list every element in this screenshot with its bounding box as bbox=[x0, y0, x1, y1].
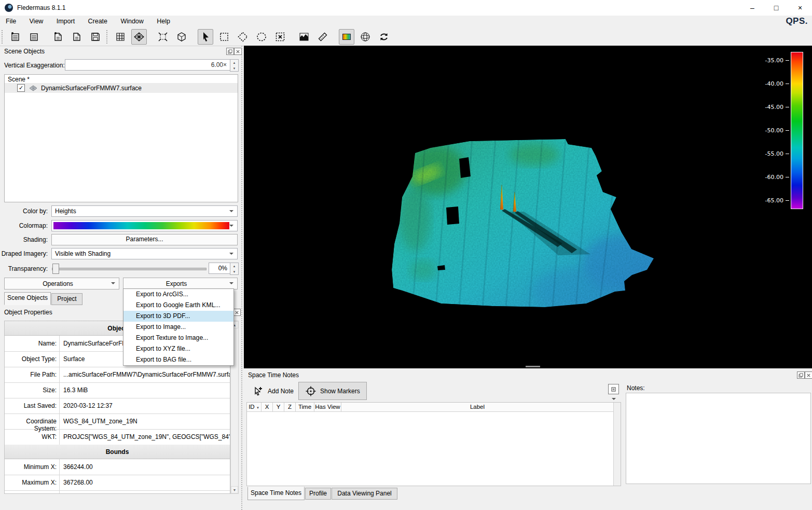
color-scale-tick bbox=[786, 200, 789, 201]
property-value: 366244.00 bbox=[60, 459, 230, 475]
measure-icon[interactable] bbox=[315, 29, 331, 45]
save-scene-icon[interactable] bbox=[88, 29, 103, 45]
tab-scene-objects[interactable]: Scene Objects bbox=[4, 292, 51, 305]
menu-item-export-kml[interactable]: Export to Google Earth KML... bbox=[123, 300, 233, 311]
notes-list-icon[interactable] bbox=[608, 384, 619, 394]
notes-textarea-box[interactable] bbox=[626, 393, 811, 484]
scene-tree-root[interactable]: Scene * bbox=[5, 75, 238, 83]
minimize-button[interactable]: – bbox=[740, 0, 764, 16]
column-header-hasview[interactable]: Has View bbox=[314, 403, 341, 411]
shading-parameters-button[interactable]: Parameters... bbox=[51, 234, 238, 245]
close-button[interactable]: × bbox=[788, 0, 812, 16]
polygon-select-icon[interactable] bbox=[235, 29, 251, 45]
colormap-label: Colormap: bbox=[0, 222, 48, 229]
select-cursor-icon[interactable] bbox=[198, 29, 213, 45]
bathymetry-surface bbox=[244, 46, 812, 368]
menu-window[interactable]: Window bbox=[115, 16, 149, 27]
color-by-dropdown[interactable]: Heights bbox=[51, 205, 238, 217]
column-header-time[interactable]: Time bbox=[296, 403, 314, 411]
menu-create[interactable]: Create bbox=[82, 16, 114, 27]
exports-button[interactable]: Exports bbox=[123, 278, 238, 290]
menu-item-export-image[interactable]: Export to Image... bbox=[123, 322, 233, 333]
notes-table-scrollbar[interactable] bbox=[613, 403, 621, 486]
menu-view[interactable]: View bbox=[24, 16, 49, 27]
notes-textarea[interactable] bbox=[626, 393, 810, 484]
viewport-splitter-handle[interactable] bbox=[526, 366, 540, 367]
scroll-down-icon[interactable]: ▼ bbox=[231, 486, 238, 493]
refresh-view-icon[interactable] bbox=[376, 29, 392, 45]
property-value: ...amicSurfaceForFMMW7\DynamicSurfaceFor… bbox=[60, 367, 230, 382]
import-data-file-icon[interactable] bbox=[50, 29, 66, 45]
zoom-to-extents-icon[interactable] bbox=[155, 29, 171, 45]
operations-button[interactable]: Operations bbox=[4, 278, 119, 290]
close-panel-icon[interactable] bbox=[234, 48, 242, 55]
draped-imagery-value: Visible with Shading bbox=[52, 250, 229, 257]
color-scale-tick bbox=[786, 154, 789, 154]
draped-imagery-dropdown[interactable]: Visible with Shading bbox=[51, 248, 238, 259]
maximize-button[interactable]: □ bbox=[764, 0, 788, 16]
tab-space-time-notes[interactable]: Space Time Notes bbox=[247, 487, 305, 500]
menu-file[interactable]: File bbox=[0, 16, 22, 27]
surface-view-icon[interactable] bbox=[131, 29, 147, 45]
colormap-preview bbox=[53, 222, 229, 229]
color-scale-label: -60.00 bbox=[760, 174, 783, 181]
exports-button-label: Exports bbox=[123, 280, 229, 287]
transparency-slider-handle[interactable] bbox=[52, 264, 59, 274]
float-panel-icon[interactable] bbox=[226, 48, 234, 55]
menu-item-export-texture[interactable]: Export Texture to Image... bbox=[123, 333, 233, 343]
transparency-input[interactable] bbox=[209, 263, 230, 273]
lasso-select-icon[interactable] bbox=[254, 29, 269, 45]
tab-profile[interactable]: Profile bbox=[305, 488, 331, 500]
menu-item-export-arcgis[interactable]: Export to ArcGIS... bbox=[123, 289, 233, 300]
menu-item-export-bag[interactable]: Export to BAG file... bbox=[123, 354, 233, 365]
colormap-editor-icon[interactable] bbox=[339, 29, 354, 45]
grid-view-icon[interactable] bbox=[113, 29, 128, 45]
open-data-file-icon[interactable] bbox=[69, 29, 85, 45]
visibility-checkbox[interactable]: ✓ bbox=[17, 84, 25, 92]
column-header-y[interactable]: Y bbox=[273, 403, 284, 411]
scene-3d-viewport[interactable]: -35.00 -40.00 -45.00 -50.00 -55.00 -60.0… bbox=[244, 46, 812, 368]
notes-table[interactable]: ID ▼ X Y Z Time Has View Label bbox=[246, 402, 621, 486]
menu-item-export-xyz[interactable]: Export to XYZ file... bbox=[123, 343, 233, 354]
column-header-id[interactable]: ID ▼ bbox=[247, 403, 262, 411]
show-markers-button[interactable]: Show Markers bbox=[298, 382, 367, 400]
color-scale-label: -65.00 bbox=[760, 197, 783, 204]
reset-view-icon[interactable] bbox=[174, 29, 189, 45]
notes-table-body[interactable] bbox=[247, 411, 613, 486]
close-panel-icon[interactable] bbox=[805, 371, 812, 379]
column-header-z[interactable]: Z bbox=[284, 403, 296, 411]
transparency-stepper[interactable]: ▲▼ bbox=[230, 263, 239, 275]
vertical-exaggeration-field[interactable] bbox=[65, 59, 230, 71]
chevron-down-icon bbox=[229, 210, 233, 214]
main-toolbar bbox=[0, 27, 812, 46]
clear-selection-icon[interactable] bbox=[272, 29, 288, 45]
bounding-cube-icon[interactable] bbox=[357, 29, 373, 45]
toolbar-grip[interactable] bbox=[2, 30, 5, 44]
open-scene-icon[interactable] bbox=[26, 29, 42, 45]
column-header-label[interactable]: Label bbox=[341, 403, 613, 411]
close-properties-icon[interactable] bbox=[233, 309, 241, 316]
float-panel-icon[interactable] bbox=[797, 371, 805, 379]
color-scale-label: -35.00 bbox=[760, 57, 783, 64]
colormap-dropdown[interactable] bbox=[51, 220, 238, 231]
column-header-x[interactable]: X bbox=[262, 403, 273, 411]
tab-data-viewing-panel[interactable]: Data Viewing Panel bbox=[332, 488, 397, 500]
menu-help[interactable]: Help bbox=[151, 16, 176, 27]
menu-item-export-3d-pdf[interactable]: Export to 3D PDF... bbox=[123, 311, 233, 322]
toolbar-grip[interactable] bbox=[106, 30, 109, 44]
add-note-button[interactable]: Add Note bbox=[247, 382, 299, 400]
surface-object-icon bbox=[29, 85, 38, 92]
import-scene-object-icon[interactable] bbox=[8, 29, 23, 45]
transparency-field[interactable] bbox=[209, 263, 230, 274]
scene-tree-item[interactable]: ✓ DynamicSurfaceForFMMW7.surface bbox=[5, 83, 238, 93]
transparency-label: Transparency: bbox=[0, 265, 48, 272]
menu-import[interactable]: Import bbox=[51, 16, 80, 27]
vertical-exaggeration-stepper[interactable]: ▲▼ bbox=[230, 59, 239, 72]
tab-project[interactable]: Project bbox=[51, 293, 82, 305]
transparency-slider-track[interactable] bbox=[52, 268, 207, 270]
chevron-down-icon[interactable] bbox=[612, 398, 616, 402]
rectangle-select-icon[interactable] bbox=[216, 29, 232, 45]
color-scale-tick bbox=[786, 177, 789, 177]
histogram-icon[interactable] bbox=[296, 29, 312, 45]
vertical-exaggeration-input[interactable] bbox=[65, 60, 230, 70]
